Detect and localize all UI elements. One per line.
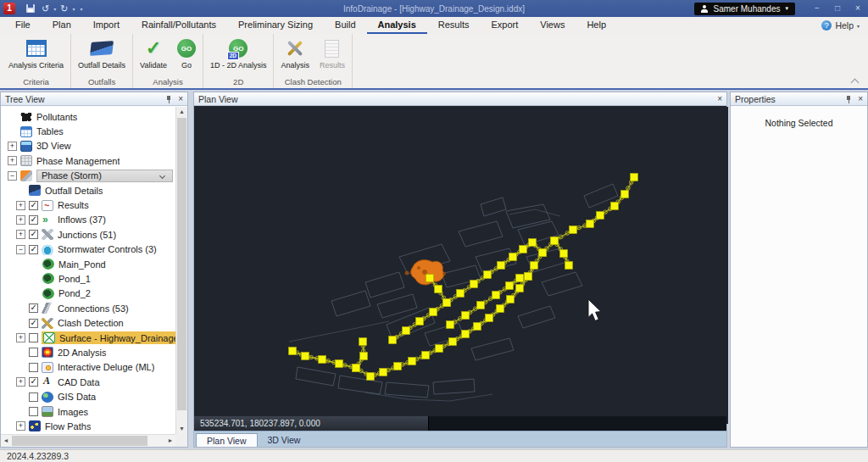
- visibility-checkbox[interactable]: [29, 377, 38, 387]
- junction-node[interactable]: [587, 220, 594, 228]
- tree-item-stormwater-controls-3[interactable]: −Stormwater Controls (3): [1, 242, 175, 257]
- minimize-button[interactable]: −: [807, 0, 827, 17]
- ribbon-item-1d-2d-analysis[interactable]: 1D - 2D Analysis: [207, 36, 270, 70]
- tree-item-pond-1[interactable]: Pond_1: [1, 271, 175, 286]
- junction-node[interactable]: [462, 331, 470, 338]
- pin-icon[interactable]: [845, 95, 852, 103]
- junction-node[interactable]: [474, 323, 481, 331]
- junction-node[interactable]: [520, 246, 527, 253]
- menu-tab-export[interactable]: Export: [480, 17, 529, 34]
- tree-item-pollutants[interactable]: Pollutants: [1, 109, 175, 124]
- junction-node[interactable]: [529, 239, 537, 247]
- close-button[interactable]: ×: [848, 0, 868, 17]
- expand-toggle-icon[interactable]: +: [16, 377, 25, 387]
- ribbon-item-validate[interactable]: Validate: [136, 36, 170, 70]
- tree-item-connections-53[interactable]: Connections (53): [1, 301, 175, 315]
- junction-node[interactable]: [509, 253, 517, 261]
- junction-node[interactable]: [486, 314, 493, 322]
- junction-node[interactable]: [597, 212, 604, 220]
- scroll-right-icon[interactable]: ►: [165, 435, 175, 447]
- expand-toggle-icon[interactable]: +: [16, 215, 25, 225]
- menu-tab-build[interactable]: Build: [324, 17, 366, 34]
- junction-node[interactable]: [443, 299, 451, 307]
- visibility-checkbox[interactable]: [29, 348, 38, 357]
- tree-item-junctions-51[interactable]: +Junctions (51): [1, 227, 175, 242]
- junction-node[interactable]: [560, 250, 568, 258]
- tree-item-tables[interactable]: Tables: [1, 124, 175, 138]
- tree-item-flow-paths[interactable]: +Flow Paths: [1, 419, 175, 433]
- save-icon[interactable]: [26, 4, 35, 13]
- junction-node[interactable]: [492, 292, 500, 299]
- expand-toggle-icon[interactable]: −: [16, 245, 25, 254]
- junction-node[interactable]: [462, 312, 470, 320]
- visibility-checkbox[interactable]: [29, 230, 38, 239]
- tree-item-clash-detection[interactable]: Clash Detection: [1, 315, 175, 330]
- visibility-checkbox[interactable]: [29, 215, 38, 225]
- user-account-button[interactable]: Samer Muhandes ▾: [694, 3, 795, 15]
- undo-dropdown-icon[interactable]: ▾: [53, 6, 56, 12]
- junction-node[interactable]: [430, 309, 437, 316]
- junction-node[interactable]: [525, 273, 532, 281]
- tree-vertical-scrollbar[interactable]: ▲ ▼: [175, 107, 187, 434]
- tree-item-surface-highway-drainage-design-phase-id[interactable]: +Surface - Highway_Drainage_Design_Phase…: [1, 331, 175, 345]
- expand-toggle-icon[interactable]: −: [8, 171, 17, 181]
- tree-item-phase-management[interactable]: +Phase Management: [1, 153, 175, 168]
- junction-node[interactable]: [621, 191, 629, 198]
- expand-toggle-icon[interactable]: +: [16, 421, 25, 431]
- junction-node[interactable]: [409, 358, 416, 365]
- ribbon-item-analysis-criteria[interactable]: Analysis Criteria: [5, 36, 67, 70]
- junction-node[interactable]: [416, 318, 424, 326]
- expand-toggle-icon[interactable]: +: [16, 201, 25, 210]
- collapse-ribbon-icon[interactable]: [851, 79, 860, 87]
- tree-item-phase-storm[interactable]: −Phase (Storm): [1, 169, 175, 183]
- junction-node[interactable]: [360, 353, 368, 360]
- map-canvas[interactable]: [194, 107, 728, 424]
- junction-node[interactable]: [380, 369, 387, 376]
- menu-tab-rainfall-pollutants[interactable]: Rainfall/Pollutants: [131, 17, 227, 34]
- visibility-checkbox[interactable]: [29, 363, 38, 372]
- tree-item-outfall-details[interactable]: Outfall Details: [1, 183, 175, 198]
- expand-toggle-icon[interactable]: +: [8, 156, 17, 165]
- junction-node[interactable]: [403, 327, 410, 335]
- junction-node[interactable]: [539, 249, 547, 257]
- junction-node[interactable]: [506, 282, 514, 290]
- tree-item-main-pond[interactable]: Main_Pond: [1, 257, 175, 271]
- visibility-checkbox[interactable]: [29, 303, 38, 313]
- app-logo-icon[interactable]: 1: [3, 3, 15, 14]
- visibility-checkbox[interactable]: [29, 245, 38, 254]
- ribbon-item-go[interactable]: Go: [174, 36, 199, 70]
- tree-item-images[interactable]: Images: [1, 404, 175, 419]
- tree-item-cad-data[interactable]: +CAD Data: [1, 375, 175, 389]
- junction-node[interactable]: [302, 353, 309, 360]
- expand-toggle-icon[interactable]: +: [8, 142, 17, 151]
- tree-item-pond-2[interactable]: Pond_2: [1, 287, 175, 301]
- junction-node[interactable]: [319, 356, 326, 364]
- tree-item-interactive-deluge-ml[interactable]: Interactive Deluge (ML): [1, 360, 175, 375]
- undo-icon[interactable]: ↺: [42, 0, 49, 17]
- junction-node[interactable]: [531, 262, 538, 270]
- junction-node[interactable]: [516, 285, 524, 292]
- pin-icon[interactable]: [165, 95, 172, 103]
- junction-node[interactable]: [631, 174, 638, 181]
- ribbon-item-results[interactable]: Results: [316, 36, 348, 70]
- tree-item-results[interactable]: +Results: [1, 198, 175, 212]
- junction-node[interactable]: [435, 286, 442, 293]
- junction-node[interactable]: [449, 338, 457, 346]
- menu-tab-views[interactable]: Views: [529, 17, 576, 34]
- drainage-network-map[interactable]: [194, 107, 726, 416]
- expand-toggle-icon[interactable]: +: [16, 333, 25, 342]
- view-tab-plan-view[interactable]: Plan View: [196, 433, 258, 447]
- scroll-down-icon[interactable]: ▼: [176, 424, 187, 434]
- junction-node[interactable]: [447, 321, 454, 329]
- tree-item-inflows-37[interactable]: +Inflows (37): [1, 213, 175, 227]
- visibility-checkbox[interactable]: [29, 407, 38, 416]
- menu-tab-analysis[interactable]: Analysis: [367, 17, 427, 34]
- junction-node[interactable]: [436, 345, 443, 353]
- visibility-checkbox[interactable]: [29, 392, 38, 402]
- junction-node[interactable]: [484, 271, 492, 279]
- junction-node[interactable]: [498, 262, 505, 270]
- tree-item-3d-view[interactable]: +3D View: [1, 139, 175, 153]
- redo-icon[interactable]: ↻: [60, 0, 68, 17]
- junction-node[interactable]: [611, 203, 619, 210]
- junction-node[interactable]: [457, 290, 465, 298]
